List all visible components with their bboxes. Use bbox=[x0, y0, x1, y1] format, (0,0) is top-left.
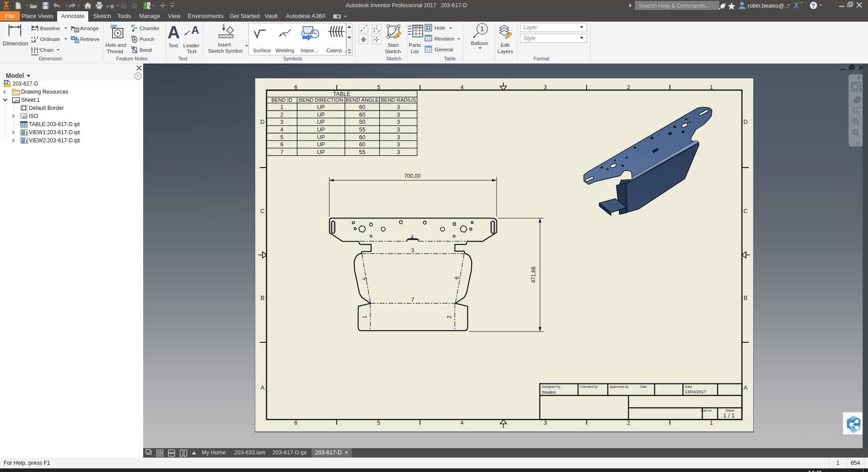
svg-text:BEND RADIUS: BEND RADIUS bbox=[381, 97, 416, 103]
svg-text:55: 55 bbox=[359, 127, 366, 133]
svg-text:3: 3 bbox=[397, 119, 400, 125]
svg-text:Model: Model bbox=[6, 72, 24, 79]
svg-text:UP: UP bbox=[317, 134, 325, 141]
svg-text:Search Help & Commands...: Search Help & Commands... bbox=[639, 3, 710, 9]
svg-text:7: 7 bbox=[280, 149, 284, 155]
svg-text:5: 5 bbox=[280, 134, 284, 141]
svg-text:50: 50 bbox=[359, 119, 366, 125]
svg-text:Balloon: Balloon bbox=[471, 41, 488, 46]
svg-text:5: 5 bbox=[377, 419, 380, 426]
svg-text:A: A bbox=[261, 384, 265, 391]
svg-text:1 / 1: 1 / 1 bbox=[723, 412, 734, 419]
svg-text:3: 3 bbox=[543, 84, 547, 91]
svg-text:A: A bbox=[191, 24, 199, 36]
svg-text:C: C bbox=[743, 208, 747, 214]
svg-text:6: 6 bbox=[280, 141, 284, 148]
svg-text:rbeales: rbeales bbox=[542, 390, 556, 395]
svg-text:3: 3 bbox=[397, 134, 400, 141]
svg-text:Designed by: Designed by bbox=[542, 385, 561, 389]
svg-text:UP: UP bbox=[317, 104, 325, 110]
svg-text:B: B bbox=[261, 295, 265, 301]
svg-text:VIEW1:203-617-D.ipt: VIEW1:203-617-D.ipt bbox=[29, 129, 80, 136]
svg-text:2: 2 bbox=[627, 419, 630, 426]
svg-text:Hole: Hole bbox=[434, 25, 445, 31]
svg-text:13/04/2017: 13/04/2017 bbox=[685, 389, 706, 394]
svg-text:BEND ANGLE: BEND ANGLE bbox=[346, 97, 379, 103]
svg-text:Approved by: Approved by bbox=[610, 385, 628, 389]
svg-text:Layers: Layers bbox=[497, 49, 513, 54]
svg-text:4: 4 bbox=[411, 234, 414, 241]
svg-text:Revision: Revision bbox=[434, 36, 454, 41]
svg-text:UP: UP bbox=[317, 149, 325, 155]
svg-text:ISO: ISO bbox=[29, 113, 38, 119]
svg-text:TABLE:203-617-D.ipt: TABLE:203-617-D.ipt bbox=[29, 121, 80, 127]
svg-text:4: 4 bbox=[280, 127, 284, 133]
svg-text:Text: Text bbox=[168, 43, 178, 48]
svg-text:3: 3 bbox=[280, 119, 284, 125]
svg-text:Feature Notes: Feature Notes bbox=[116, 56, 148, 61]
svg-text:1: 1 bbox=[280, 104, 284, 110]
svg-text:Insert: Insert bbox=[218, 42, 231, 47]
svg-text:5: 5 bbox=[362, 277, 368, 280]
svg-text:UP: UP bbox=[317, 127, 325, 133]
svg-text:Retrieve: Retrieve bbox=[80, 36, 99, 42]
svg-text:60: 60 bbox=[359, 141, 366, 148]
svg-text:Thread: Thread bbox=[107, 49, 123, 54]
svg-text:Leader: Leader bbox=[183, 43, 199, 48]
svg-text:Start: Start bbox=[388, 42, 399, 48]
svg-text:2: 2 bbox=[627, 84, 630, 91]
svg-text:Checked by: Checked by bbox=[580, 385, 598, 389]
svg-text:General: General bbox=[434, 47, 453, 52]
svg-text:Arrange: Arrange bbox=[80, 26, 99, 31]
svg-text:C: C bbox=[260, 208, 264, 214]
svg-text:3: 3 bbox=[411, 247, 414, 254]
svg-text:Sketch Symbol: Sketch Symbol bbox=[208, 48, 243, 54]
svg-text:Edit: Edit bbox=[501, 42, 510, 48]
svg-text:robin.beales@...: robin.beales@... bbox=[748, 3, 789, 9]
svg-text:6: 6 bbox=[294, 84, 297, 91]
svg-text:Surface: Surface bbox=[253, 48, 271, 53]
svg-text:UP: UP bbox=[317, 112, 325, 118]
svg-text:1: 1 bbox=[710, 419, 713, 426]
svg-text:PRO: PRO bbox=[3, 8, 9, 10]
svg-text:Ordinate: Ordinate bbox=[40, 36, 60, 42]
svg-text:?: ? bbox=[812, 2, 815, 9]
svg-text:D: D bbox=[260, 118, 264, 125]
svg-text:UP: UP bbox=[317, 141, 325, 148]
svg-text:6: 6 bbox=[294, 419, 297, 426]
svg-text:Style: Style bbox=[524, 35, 536, 41]
svg-text:Drawing Resources: Drawing Resources bbox=[21, 89, 68, 95]
svg-text:Layer: Layer bbox=[524, 24, 538, 31]
svg-text:55: 55 bbox=[359, 149, 366, 155]
svg-text:BEND DIRECTION: BEND DIRECTION bbox=[299, 97, 343, 103]
svg-text:1: 1 bbox=[362, 315, 368, 318]
svg-text:UP: UP bbox=[317, 119, 325, 125]
svg-text:Edit on: Edit on bbox=[701, 408, 711, 413]
svg-text:Text: Text bbox=[187, 49, 197, 54]
svg-text:3: 3 bbox=[543, 419, 547, 426]
svg-text:2D: 2D bbox=[857, 88, 863, 92]
svg-text:Date: Date bbox=[685, 385, 692, 389]
svg-text:B: B bbox=[744, 295, 748, 301]
svg-text:TABLE: TABLE bbox=[333, 91, 351, 97]
svg-text:1: 1 bbox=[480, 25, 484, 32]
svg-text:3: 3 bbox=[397, 104, 400, 110]
svg-text:VIEW2:203-617-D.ipt: VIEW2:203-617-D.ipt bbox=[29, 137, 80, 144]
svg-text:4: 4 bbox=[460, 84, 463, 91]
svg-text:Parts: Parts bbox=[409, 42, 421, 48]
svg-text:2: 2 bbox=[446, 315, 452, 318]
svg-text:?: ? bbox=[136, 74, 139, 79]
svg-text:Default Border: Default Border bbox=[29, 105, 63, 111]
svg-text:Chamfer: Chamfer bbox=[140, 26, 159, 31]
svg-text:Table: Table bbox=[444, 56, 456, 61]
svg-text:203-617-D: 203-617-D bbox=[13, 81, 38, 87]
svg-text:471,66: 471,66 bbox=[530, 266, 537, 283]
svg-text:Caterp...: Caterp... bbox=[326, 48, 346, 53]
svg-text:5: 5 bbox=[377, 84, 380, 91]
svg-text:Symbols: Symbols bbox=[283, 56, 303, 61]
svg-text:Dimension: Dimension bbox=[39, 56, 62, 61]
svg-text:700,00: 700,00 bbox=[404, 173, 421, 179]
svg-text:60: 60 bbox=[359, 104, 366, 110]
svg-text:BEND ID: BEND ID bbox=[271, 97, 293, 103]
svg-text:7: 7 bbox=[411, 297, 414, 303]
